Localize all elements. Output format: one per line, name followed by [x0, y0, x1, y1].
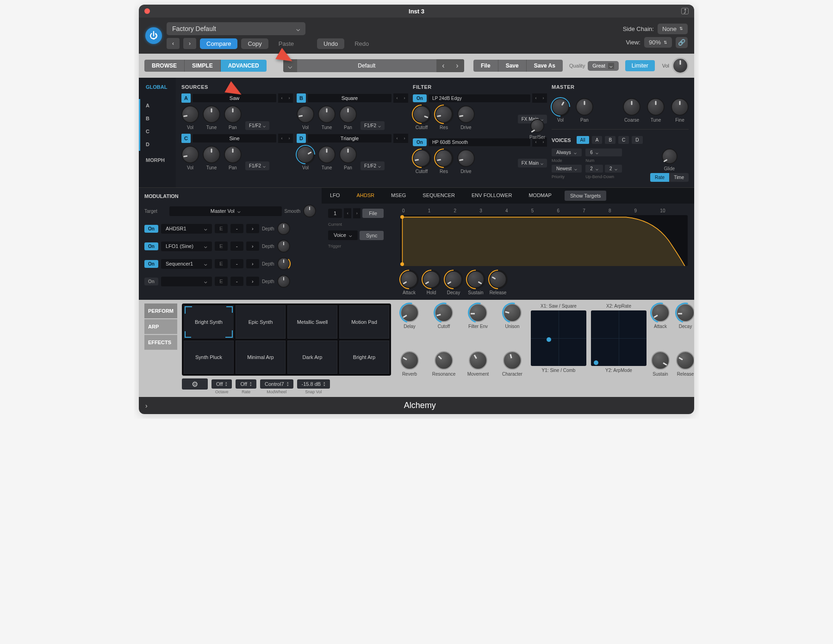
mod-depth-knob[interactable] — [277, 257, 290, 270]
mod-target-dropdown[interactable]: Master Vol⌵ — [169, 206, 282, 216]
envelope-canvas[interactable] — [400, 215, 688, 266]
mod-chevron[interactable]: › — [246, 277, 259, 286]
src-c-vol-knob[interactable] — [181, 146, 199, 163]
prev-preset-button[interactable]: ‹ — [167, 38, 180, 49]
master-vol-knob[interactable] — [552, 98, 569, 116]
link-icon[interactable]: 🔗 — [676, 37, 688, 48]
source-d-name[interactable]: Triangle — [308, 134, 392, 142]
mod-source-dropdown[interactable]: Sequencer1⌵ — [161, 259, 212, 269]
parser-knob[interactable] — [530, 119, 544, 133]
src-b-route-dropdown[interactable]: F1/F2⌵ — [361, 121, 385, 130]
undo-button[interactable]: Undo — [317, 38, 344, 49]
mod-edit-button[interactable]: E — [215, 259, 228, 268]
filter2-type[interactable]: HP 60dB Smooth — [429, 138, 530, 146]
sidechain-dropdown[interactable]: None ⇅ — [658, 24, 688, 34]
source-b-badge[interactable]: B — [297, 93, 306, 103]
src-d-vol-knob[interactable] — [297, 146, 314, 163]
mod-on-button[interactable]: On — [144, 278, 158, 285]
prev-icon[interactable]: ‹ — [532, 93, 540, 103]
perform-pad[interactable]: Bright Arp — [339, 341, 389, 374]
advanced-tab[interactable]: ADVANCED — [221, 60, 267, 72]
src-b-tune-knob[interactable] — [318, 105, 336, 123]
sequencer-tab[interactable]: SEQUENCER — [414, 188, 463, 204]
perform-pad[interactable]: Motion Pad — [339, 305, 389, 339]
mod-source-dropdown[interactable]: AHDSR1⌵ — [161, 224, 212, 234]
mod-on-button[interactable]: On — [144, 242, 158, 250]
hold-knob[interactable] — [423, 271, 440, 288]
filter1-on-button[interactable]: On — [413, 94, 427, 102]
close-icon[interactable] — [144, 8, 150, 14]
perform-knob-delay[interactable] — [400, 303, 419, 322]
limiter-button[interactable]: Limiter — [625, 60, 655, 71]
perform-knob-unison[interactable] — [503, 303, 522, 322]
src-c-pan-knob[interactable] — [224, 146, 242, 163]
source-d-tab[interactable]: D — [139, 138, 176, 151]
master-pan-knob[interactable] — [576, 98, 593, 116]
filter2-drive-knob[interactable] — [457, 149, 475, 167]
preset-prev-button[interactable]: ‹ — [436, 59, 450, 72]
mod-source-dropdown[interactable]: ⌵ — [161, 277, 212, 286]
next-icon[interactable]: › — [353, 208, 361, 218]
decay-knob[interactable] — [445, 271, 462, 288]
mod-on-button[interactable]: On — [144, 260, 158, 268]
effects-tab[interactable]: EFFECTS — [144, 335, 177, 350]
ahdsr-file-button[interactable]: File — [362, 209, 384, 218]
prev-icon[interactable]: ‹ — [278, 93, 286, 103]
gear-icon[interactable]: ⚙ — [182, 378, 208, 390]
filter1-type[interactable]: LP 24dB Edgy — [429, 94, 530, 102]
next-icon[interactable]: › — [401, 134, 408, 143]
src-a-route-dropdown[interactable]: F1/F2⌵ — [245, 121, 269, 130]
bend-up-dropdown[interactable]: 2⌵ — [585, 165, 603, 173]
lfo-tab[interactable]: LFO — [322, 188, 348, 204]
modmap-tab[interactable]: MODMAP — [520, 188, 560, 204]
filter2-res-knob[interactable] — [435, 149, 453, 167]
prev-icon[interactable]: ‹ — [393, 134, 401, 143]
quality-dropdown[interactable]: Great ⌵ — [588, 61, 619, 71]
prev-icon[interactable]: ‹ — [278, 134, 286, 143]
mod-on-button[interactable]: On — [144, 225, 158, 233]
sync-button[interactable]: Sync — [360, 231, 384, 240]
perform-knob-resonance[interactable] — [435, 351, 453, 370]
mod-chevron[interactable]: › — [246, 259, 259, 268]
source-a-tab[interactable]: A — [139, 99, 176, 112]
saveas-button[interactable]: Save As — [527, 60, 563, 72]
perf-decay-knob[interactable] — [676, 303, 694, 322]
env-follower-tab[interactable]: ENV FOLLOWER — [463, 188, 520, 204]
perform-pad[interactable]: Metallic Swell — [287, 305, 337, 339]
file-button[interactable]: File — [473, 60, 498, 72]
coarse-knob[interactable] — [623, 98, 640, 116]
mod-edit-button[interactable]: E — [215, 277, 228, 286]
src-a-vol-knob[interactable] — [181, 105, 199, 123]
source-a-badge[interactable]: A — [181, 93, 191, 103]
fine-knob[interactable] — [671, 98, 689, 116]
snapvol-field[interactable]: -15.8 dB▴▾ — [297, 379, 330, 389]
mseg-tab[interactable]: MSEG — [383, 188, 414, 204]
source-d-badge[interactable]: D — [297, 134, 306, 143]
perform-pad[interactable]: Bright Synth — [184, 305, 234, 339]
expand-icon[interactable]: › — [145, 402, 148, 409]
mod-edit-button[interactable]: E — [215, 242, 228, 251]
voices-a-button[interactable]: A — [592, 136, 603, 144]
preset-dropdown[interactable]: Factory Default ⌵ — [167, 22, 305, 35]
smooth-knob[interactable] — [303, 204, 316, 217]
mod-depth-knob[interactable] — [277, 222, 290, 235]
perform-pad[interactable]: Dark Arp — [287, 341, 337, 374]
show-targets-button[interactable]: Show Targets — [565, 191, 606, 201]
browse-tab[interactable]: BROWSE — [144, 60, 185, 72]
preset-browser[interactable]: ⌵ Default ‹ › — [283, 59, 464, 72]
filter1-drive-knob[interactable] — [457, 105, 475, 123]
src-a-tune-knob[interactable] — [203, 105, 220, 123]
preset-next-button[interactable]: › — [450, 59, 464, 72]
perform-knob-filter env[interactable] — [469, 303, 487, 322]
perf-sustain-knob[interactable] — [651, 351, 670, 370]
filter2-cutoff-knob[interactable] — [413, 149, 430, 167]
voices-priority-dropdown[interactable]: Newest⌵ — [552, 165, 582, 173]
src-d-route-dropdown[interactable]: F1/F2⌵ — [361, 161, 385, 170]
perform-tab[interactable]: PERFORM — [144, 303, 177, 318]
redo-button[interactable]: Redo — [348, 38, 375, 49]
mod-depth-knob[interactable] — [277, 240, 290, 253]
arp-tab[interactable]: ARP — [144, 319, 177, 334]
filter1-res-knob[interactable] — [435, 105, 453, 123]
voices-d-button[interactable]: D — [632, 136, 642, 144]
voices-all-button[interactable]: All — [577, 136, 589, 144]
